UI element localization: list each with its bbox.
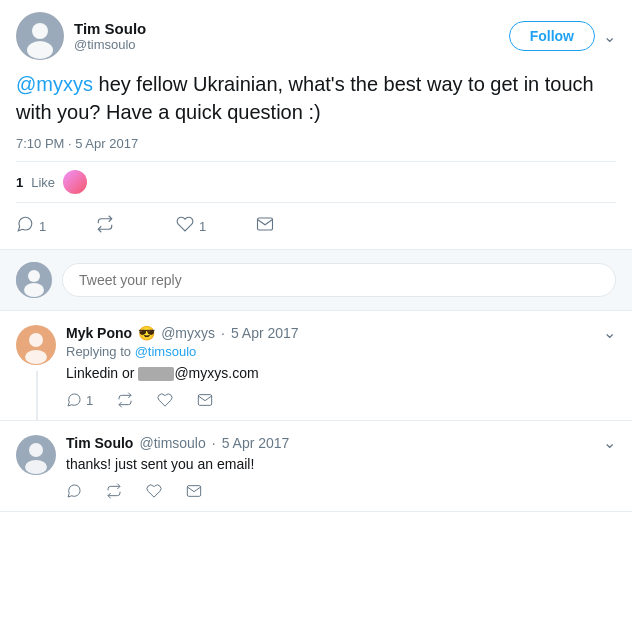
tweet-header: Tim Soulo @timsoulo Follow ⌄	[16, 12, 616, 60]
reply2-dm-action[interactable]	[186, 483, 202, 499]
like-action[interactable]: 1	[176, 211, 256, 241]
svg-point-2	[27, 41, 53, 59]
reply-reply-action[interactable]: 1	[66, 392, 93, 408]
reply-icon	[16, 215, 34, 237]
retweet-action[interactable]	[96, 211, 176, 241]
svg-point-8	[25, 350, 47, 364]
replying-to-handle[interactable]: @timsoulo	[135, 344, 197, 359]
reply2-header-left: Tim Soulo @timsoulo · 5 Apr 2017	[66, 435, 289, 451]
tweet-header-left: Tim Soulo @timsoulo	[16, 12, 146, 60]
reply-chevron-icon[interactable]: ⌄	[603, 323, 616, 342]
reply2-reply-icon	[66, 483, 82, 499]
like-icon	[176, 215, 194, 237]
reply-reply-icon	[66, 392, 82, 408]
reply-content: Myk Pono 😎 @myxys · 5 Apr 2017 ⌄ Replyin…	[66, 323, 616, 408]
author-name[interactable]: Tim Soulo	[74, 20, 146, 37]
svg-point-4	[28, 270, 40, 282]
reply2-header: Tim Soulo @timsoulo · 5 Apr 2017 ⌄	[66, 433, 616, 452]
dm-action[interactable]	[256, 211, 336, 241]
retweet-icon	[96, 215, 114, 237]
reply-reply-count: 1	[86, 393, 93, 408]
reply-retweet-action[interactable]	[117, 392, 133, 408]
reply2-retweet-action[interactable]	[106, 483, 122, 499]
reply2-date: ·	[212, 435, 216, 451]
svg-point-10	[29, 443, 43, 457]
likes-label: Like	[31, 175, 55, 190]
reply2-text: thanks! just sent you an email!	[66, 454, 616, 475]
current-user-avatar	[16, 262, 52, 298]
tweet-time: 7:10 PM · 5 Apr 2017	[16, 136, 616, 151]
reply2-actions	[66, 483, 616, 499]
reply2-dm-icon	[186, 483, 202, 499]
svg-point-1	[32, 23, 48, 39]
reply2-avatar[interactable]	[16, 435, 56, 499]
tweet-body: @myxys hey fellow Ukrainian, what's the …	[16, 70, 616, 126]
reply-dm-icon	[197, 392, 213, 408]
reply-text: Linkedin or @myxys.com	[66, 363, 616, 384]
reply-input[interactable]	[62, 263, 616, 297]
reply2-like-icon	[146, 483, 162, 499]
reply-date: ·	[221, 325, 225, 341]
follow-button[interactable]: Follow	[509, 21, 595, 51]
replying-to: Replying to @timsoulo	[66, 344, 616, 359]
author-avatar[interactable]	[16, 12, 64, 60]
dm-icon	[256, 215, 274, 237]
likes-row: 1 Like	[16, 161, 616, 203]
svg-point-5	[24, 283, 44, 297]
svg-point-7	[29, 333, 43, 347]
author-handle[interactable]: @timsoulo	[74, 37, 146, 52]
reply-date-value: 5 Apr 2017	[231, 325, 299, 341]
likes-count: 1	[16, 175, 23, 190]
main-tweet-actions: 1 1	[16, 203, 616, 249]
chevron-down-icon[interactable]: ⌄	[603, 27, 616, 46]
reply-item: Tim Soulo @timsoulo · 5 Apr 2017 ⌄ thank…	[0, 420, 632, 511]
reply-retweet-icon	[117, 392, 133, 408]
reply-header: Myk Pono 😎 @myxys · 5 Apr 2017 ⌄	[66, 323, 616, 342]
reply2-author-handle[interactable]: @timsoulo	[139, 435, 205, 451]
reply-author-name[interactable]: Myk Pono	[66, 325, 132, 341]
reply-count: 1	[39, 219, 46, 234]
reply2-retweet-icon	[106, 483, 122, 499]
tweet-header-right: Follow ⌄	[509, 21, 616, 51]
reply-header-left: Myk Pono 😎 @myxys · 5 Apr 2017	[66, 325, 299, 341]
reply2-content: Tim Soulo @timsoulo · 5 Apr 2017 ⌄ thank…	[66, 433, 616, 499]
liker-avatar[interactable]	[63, 170, 87, 194]
reply-dm-action[interactable]	[197, 392, 213, 408]
reply-action[interactable]: 1	[16, 211, 96, 241]
reply2-date-value: 5 Apr 2017	[222, 435, 290, 451]
reply-author-emoji: 😎	[138, 325, 155, 341]
reply-author-handle[interactable]: @myxys	[161, 325, 215, 341]
reply-like-action[interactable]	[157, 392, 173, 408]
reply-like-icon	[157, 392, 173, 408]
reply2-reply-action[interactable]	[66, 483, 82, 499]
like-count: 1	[199, 219, 206, 234]
reply-thread: Myk Pono 😎 @myxys · 5 Apr 2017 ⌄ Replyin…	[0, 311, 632, 512]
reply2-like-action[interactable]	[146, 483, 162, 499]
reply-item: Myk Pono 😎 @myxys · 5 Apr 2017 ⌄ Replyin…	[0, 311, 632, 420]
reply2-author-name[interactable]: Tim Soulo	[66, 435, 133, 451]
main-tweet: Tim Soulo @timsoulo Follow ⌄ @myxys hey …	[0, 0, 632, 250]
svg-point-11	[25, 460, 47, 474]
reply-area	[0, 250, 632, 311]
tweet-text: hey fellow Ukrainian, what's the best wa…	[16, 73, 594, 123]
author-info: Tim Soulo @timsoulo	[74, 20, 146, 52]
thread-line	[36, 371, 38, 420]
tweet-mention[interactable]: @myxys	[16, 73, 93, 95]
censored-text	[138, 367, 174, 381]
reply-actions: 1	[66, 392, 616, 408]
reply2-chevron-icon[interactable]: ⌄	[603, 433, 616, 452]
